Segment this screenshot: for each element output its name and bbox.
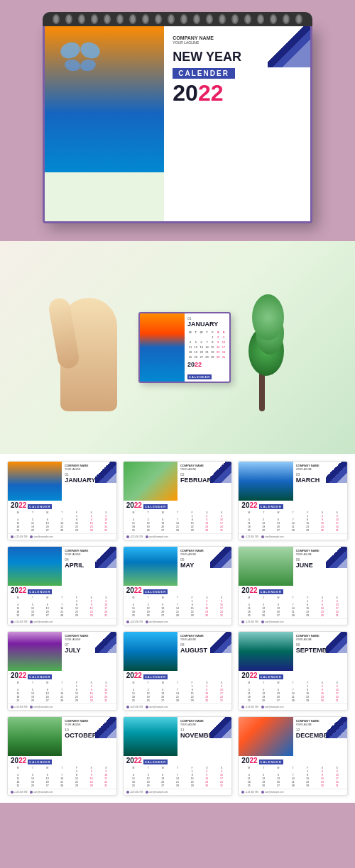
card-footer: +123 456 789 user@example.com [8, 533, 116, 540]
month-card-top: COMPANY NAMEYOUR LAGLINE 03 MARCH [239, 462, 347, 501]
card-year: 2022 [11, 672, 26, 679]
month-header-right: COMPANY NAMEYOUR LAGLINE 01 JANUARY [62, 462, 116, 501]
phone-icon [11, 706, 13, 708]
month-photo [239, 462, 293, 501]
month-header-right: COMPANY NAMEYOUR LAGLINE 04 APRIL [62, 547, 116, 586]
card-footer-email: user@example.com [146, 535, 168, 538]
spiral-coil [53, 14, 60, 24]
card-bottom: 2022 CALENDER MTWTFSS1234567891011121314… [124, 756, 232, 789]
card-bottom: 2022 CALENDER MTWTFSS1234567891011121314… [8, 756, 116, 789]
card-calendar-grid: MTWTFSS123456789101112131415161718192021… [126, 766, 229, 787]
card-year-row: 2022 CALENDER [241, 502, 344, 509]
card-year-row: 2022 CALENDER [11, 757, 114, 764]
card-bottom: 2022 CALENDER MTWTFSS1234567891011121314… [124, 501, 232, 533]
spiral-coil [219, 14, 226, 24]
card-footer-phone: +123 456 789 [241, 791, 258, 794]
month-photo [239, 717, 293, 756]
months-grid: COMPANY NAMEYOUR LAGLINE 01 JANUARY 2022… [7, 461, 348, 796]
card-calendar-grid: MTWTFSS123456789101112131415161718192021… [241, 681, 344, 702]
card-diagonal-decoration [95, 632, 116, 653]
hand-mockup-section: 01 JANUARY MTWTFSS 123 45678910 11121314… [0, 241, 355, 454]
card-footer: +123 456 789 user@example.com [8, 789, 116, 795]
card-bottom: 2022 CALENDER MTWTFSS1234567891011121314… [124, 671, 232, 703]
month-card-march: COMPANY NAMEYOUR LAGLINE 03 MARCH 2022 C… [238, 461, 348, 540]
month-card-top: COMPANY NAMEYOUR LAGLINE 09 SEPTEMBER [239, 632, 347, 671]
card-bottom: 2022 CALENDER MTWTFSS1234567891011121314… [8, 586, 116, 618]
month-photo [239, 547, 293, 586]
spiral-coil [180, 14, 187, 24]
phone-icon [241, 535, 244, 538]
card-calender-label: CALENDER [259, 589, 283, 594]
card-year-row: 2022 CALENDER [126, 587, 229, 594]
card-diagonal-decoration [95, 717, 116, 738]
email-icon [146, 791, 148, 794]
card-year-row: 2022 CALENDER [11, 672, 114, 679]
card-year-row: 2022 CALENDER [241, 757, 344, 764]
card-bottom: 2022 CALENDER MTWTFSS1234567891011121314… [124, 586, 232, 618]
year-display: 2022 [173, 82, 302, 104]
months-grid-section: COMPANY NAMEYOUR LAGLINE 01 JANUARY 2022… [0, 454, 355, 803]
card-footer-email: user@example.com [30, 706, 53, 708]
email-icon [30, 535, 33, 538]
spiral-coil [206, 14, 213, 24]
spiral-coil [193, 14, 200, 24]
card-calender-label: CALENDER [143, 589, 168, 594]
spiral-coil [155, 14, 162, 24]
card-footer-phone: +123 456 789 [241, 621, 258, 623]
cover-calendar-mockup: ● +123 456 789 00 @ user@example.com ● 1… [43, 25, 312, 223]
card-calendar-grid: MTWTFSS123456789101112131415161718192021… [241, 596, 344, 617]
card-year: 2022 [126, 757, 142, 764]
card-bottom: 2022 CALENDER MTWTFSS1234567891011121314… [239, 586, 347, 618]
phone-icon [126, 791, 129, 794]
hand-cal-month: JANUARY [187, 321, 226, 328]
card-year: 2022 [126, 672, 142, 679]
spiral-binding [43, 12, 312, 26]
card-diagonal-decoration [326, 632, 347, 653]
card-calendar-grid: MTWTFSS123456789101112131415161718192021… [126, 511, 229, 532]
card-footer-phone: +123 456 789 [126, 621, 143, 623]
card-calendar-grid: MTWTFSS123456789101112131415161718192021… [11, 681, 114, 702]
phone-icon [241, 621, 244, 623]
cover-text-area: COMPANY NAME YOUR LAGLINE NEW YEAR CALEN… [164, 25, 310, 221]
card-footer-phone: +123 456 789 [11, 535, 27, 538]
card-year-row: 2022 CALENDER [126, 672, 229, 679]
month-header-right: COMPANY NAMEYOUR LAGLINE 03 MARCH [293, 462, 347, 501]
email-icon [146, 706, 148, 708]
card-year: 2022 [11, 587, 26, 594]
month-card-top: COMPANY NAMEYOUR LAGLINE 04 APRIL [8, 547, 116, 586]
card-footer-email: user@example.com [261, 621, 284, 623]
spiral-coil [65, 14, 72, 24]
card-footer-email: user@example.com [261, 706, 284, 708]
phone-icon [241, 706, 244, 708]
plant-decoration [245, 284, 302, 411]
month-header-right: COMPANY NAMEYOUR LAGLINE 05 MAY [178, 547, 231, 586]
card-bottom: 2022 CALENDER MTWTFSS1234567891011121314… [8, 671, 116, 703]
email-icon [30, 706, 33, 708]
card-footer-email: user@example.com [261, 791, 284, 794]
month-card-top: COMPANY NAMEYOUR LAGLINE 06 JUNE [239, 547, 347, 586]
diagonal-decoration [268, 25, 310, 67]
card-year-row: 2022 CALENDER [241, 672, 344, 679]
hand-cal-photo [140, 313, 185, 382]
card-year-row: 2022 CALENDER [241, 587, 344, 594]
spiral-coil [116, 14, 124, 24]
card-diagonal-decoration [210, 717, 231, 738]
card-footer: +123 456 789 user@example.com [239, 618, 347, 625]
card-footer-email: user@example.com [261, 535, 284, 538]
card-diagonal-decoration [326, 547, 347, 568]
spiral-coil [142, 14, 149, 24]
card-year: 2022 [126, 587, 142, 594]
card-footer: +123 456 789 user@example.com [124, 789, 232, 795]
month-card-june: COMPANY NAMEYOUR LAGLINE 06 JUNE 2022 CA… [238, 546, 348, 625]
email-icon [261, 621, 264, 623]
month-header-right: COMPANY NAMEYOUR LAGLINE 09 SEPTEMBER [293, 632, 347, 671]
card-footer-phone: +123 456 789 [11, 791, 27, 794]
month-header-right: COMPANY NAMEYOUR LAGLINE 02 FEBRUARY [178, 462, 231, 501]
card-calender-label: CALENDER [28, 589, 52, 594]
card-diagonal-decoration [95, 462, 116, 483]
card-calender-label: CALENDER [259, 760, 283, 764]
phone-icon [11, 535, 13, 538]
spiral-coil [104, 14, 111, 24]
month-card-top: COMPANY NAMEYOUR LAGLINE 01 JANUARY [8, 462, 116, 501]
month-photo [124, 547, 178, 586]
